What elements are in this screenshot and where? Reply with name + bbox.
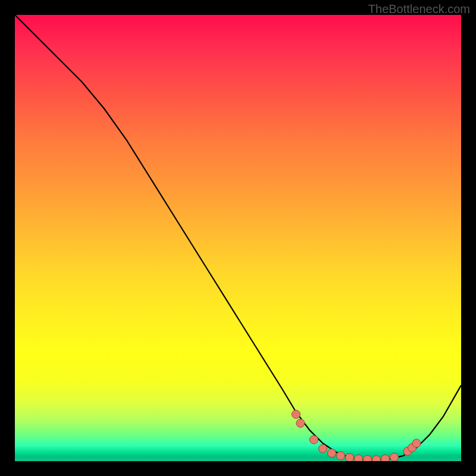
marker-dot [319, 444, 327, 453]
marker-dot [292, 410, 300, 418]
chart-area [15, 15, 461, 461]
marker-dot [390, 453, 399, 461]
marker-dot [412, 439, 421, 447]
curve-markers [292, 410, 421, 461]
marker-dot [346, 453, 354, 461]
marker-dot [364, 455, 372, 461]
marker-dot [355, 455, 363, 461]
bottleneck-curve [15, 15, 461, 461]
chart-svg [15, 15, 461, 461]
marker-dot [337, 452, 345, 460]
marker-dot [381, 455, 390, 461]
marker-dot [296, 419, 305, 427]
marker-dot [310, 436, 318, 444]
marker-dot [372, 456, 381, 461]
watermark-text: TheBottleneck.com [368, 2, 470, 16]
marker-dot [328, 449, 336, 458]
